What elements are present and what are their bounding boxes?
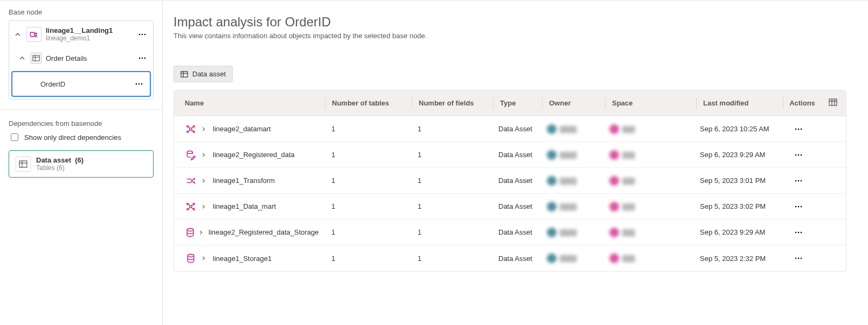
filter-title-text: Data asset bbox=[36, 156, 71, 164]
more-icon[interactable] bbox=[792, 123, 805, 136]
header-name[interactable]: Name bbox=[174, 99, 325, 107]
page-title: Impact analysis for OrderID bbox=[173, 15, 846, 30]
filter-subtitle: Tables (6) bbox=[36, 164, 84, 172]
more-icon[interactable] bbox=[792, 174, 805, 187]
more-icon[interactable] bbox=[792, 226, 805, 239]
svg-point-35 bbox=[187, 151, 192, 153]
svg-point-26 bbox=[187, 131, 189, 132]
row-modified: Sep 5, 2023 3:01 PM bbox=[693, 176, 780, 185]
row-owner: ████ bbox=[540, 202, 603, 211]
svg-point-36 bbox=[795, 154, 797, 156]
data-asset-icon bbox=[16, 157, 31, 172]
datamart-icon bbox=[185, 123, 197, 135]
filter-card[interactable]: Data asset (6) Tables (6) bbox=[9, 150, 154, 178]
header-space[interactable]: Space bbox=[606, 99, 696, 107]
row-name: lineage1_Data_mart bbox=[213, 202, 276, 210]
row-space: ███ bbox=[603, 176, 693, 186]
svg-point-24 bbox=[187, 125, 189, 127]
svg-point-54 bbox=[187, 228, 193, 231]
svg-line-47 bbox=[189, 204, 190, 206]
svg-point-58 bbox=[188, 255, 194, 257]
row-space: ███ bbox=[603, 253, 693, 263]
svg-line-31 bbox=[192, 130, 193, 131]
more-icon[interactable] bbox=[133, 77, 145, 90]
svg-point-39 bbox=[795, 180, 797, 181]
selected-field[interactable]: OrderID bbox=[11, 71, 151, 97]
table-row[interactable]: lineage2_datamart 1 1 Data Asset ████ ██… bbox=[174, 116, 846, 142]
header-fields[interactable]: Number of fields bbox=[412, 99, 493, 107]
chevron-right-icon[interactable] bbox=[200, 125, 207, 133]
row-owner: ████ bbox=[540, 176, 603, 186]
row-type: Data Asset bbox=[492, 202, 540, 210]
chevron-right-icon[interactable] bbox=[199, 229, 203, 236]
row-name: lineage2_Registered_data_Storage bbox=[209, 228, 319, 236]
svg-point-42 bbox=[190, 205, 192, 207]
chevron-right-icon[interactable] bbox=[200, 151, 207, 159]
header-type[interactable]: Type bbox=[494, 99, 542, 107]
row-owner: ████ bbox=[540, 253, 603, 263]
child-row[interactable]: Order Details bbox=[9, 47, 153, 69]
row-fields: 1 bbox=[411, 255, 492, 263]
svg-point-38 bbox=[801, 154, 802, 156]
svg-point-9 bbox=[144, 58, 146, 59]
table-row[interactable]: lineage1_Storage1 1 1 Data Asset ████ ██… bbox=[174, 245, 846, 271]
show-direct-checkbox[interactable] bbox=[11, 133, 18, 141]
column-settings-icon[interactable] bbox=[829, 98, 837, 108]
svg-point-60 bbox=[798, 258, 800, 259]
table-row[interactable]: lineage2_Registered_data 1 1 Data Asset … bbox=[174, 142, 846, 168]
row-fields: 1 bbox=[411, 151, 492, 159]
field-name: OrderID bbox=[40, 80, 133, 88]
divider bbox=[0, 109, 162, 110]
svg-point-52 bbox=[798, 206, 800, 207]
header-owner[interactable]: Owner bbox=[543, 99, 605, 107]
svg-point-8 bbox=[142, 58, 143, 59]
more-icon[interactable] bbox=[792, 200, 805, 213]
table-row[interactable]: lineage1_Transform 1 1 Data Asset ████ █… bbox=[174, 168, 846, 194]
table-row[interactable]: lineage2_Registered_data_Storage 1 1 Dat… bbox=[174, 220, 846, 245]
row-tables: 1 bbox=[325, 202, 411, 210]
svg-point-40 bbox=[798, 180, 800, 181]
base-node-row[interactable]: lineage1__Landing1 lineage_demo1 bbox=[9, 21, 153, 47]
row-owner: ████ bbox=[540, 124, 603, 134]
more-icon[interactable] bbox=[792, 149, 805, 161]
svg-rect-0 bbox=[30, 32, 34, 37]
table-icon bbox=[31, 53, 41, 63]
storage-icon bbox=[185, 252, 197, 264]
header-modified[interactable]: Last modified bbox=[697, 99, 783, 107]
row-type: Data Asset bbox=[492, 228, 540, 236]
landing-icon bbox=[26, 27, 41, 42]
svg-point-7 bbox=[139, 58, 141, 59]
chevron-up-icon[interactable] bbox=[18, 54, 26, 62]
show-direct-label[interactable]: Show only direct dependencies bbox=[24, 133, 121, 142]
svg-line-49 bbox=[189, 207, 190, 209]
svg-point-55 bbox=[795, 231, 797, 233]
filter-count: (6) bbox=[75, 156, 84, 164]
base-node-label: Base node bbox=[9, 8, 154, 16]
row-tables: 1 bbox=[325, 176, 411, 185]
show-direct-row: Show only direct dependencies bbox=[9, 132, 154, 143]
more-icon[interactable] bbox=[136, 52, 149, 65]
chevron-up-icon[interactable] bbox=[13, 30, 22, 39]
header-tables[interactable]: Number of tables bbox=[325, 99, 412, 107]
chevron-right-icon[interactable] bbox=[200, 203, 207, 210]
svg-rect-13 bbox=[19, 161, 27, 167]
svg-point-10 bbox=[136, 83, 137, 85]
svg-point-1 bbox=[139, 33, 141, 35]
node-subtitle: lineage_demo1 bbox=[46, 34, 131, 42]
more-icon[interactable] bbox=[792, 252, 805, 265]
chevron-right-icon[interactable] bbox=[200, 177, 207, 185]
svg-point-12 bbox=[141, 83, 143, 85]
chevron-right-icon[interactable] bbox=[200, 255, 207, 262]
more-icon[interactable] bbox=[136, 28, 149, 41]
svg-point-41 bbox=[801, 180, 802, 181]
svg-point-43 bbox=[187, 203, 189, 204]
node-title: lineage1__Landing1 bbox=[46, 26, 131, 34]
svg-point-45 bbox=[187, 208, 189, 210]
svg-point-11 bbox=[138, 83, 140, 85]
row-type: Data Asset bbox=[492, 255, 540, 263]
datamart-icon bbox=[185, 201, 197, 213]
svg-rect-4 bbox=[33, 55, 39, 61]
data-asset-button[interactable]: Data asset bbox=[173, 66, 233, 82]
table-row[interactable]: lineage1_Data_mart 1 1 Data Asset ████ █… bbox=[174, 194, 846, 220]
svg-point-56 bbox=[798, 231, 800, 233]
